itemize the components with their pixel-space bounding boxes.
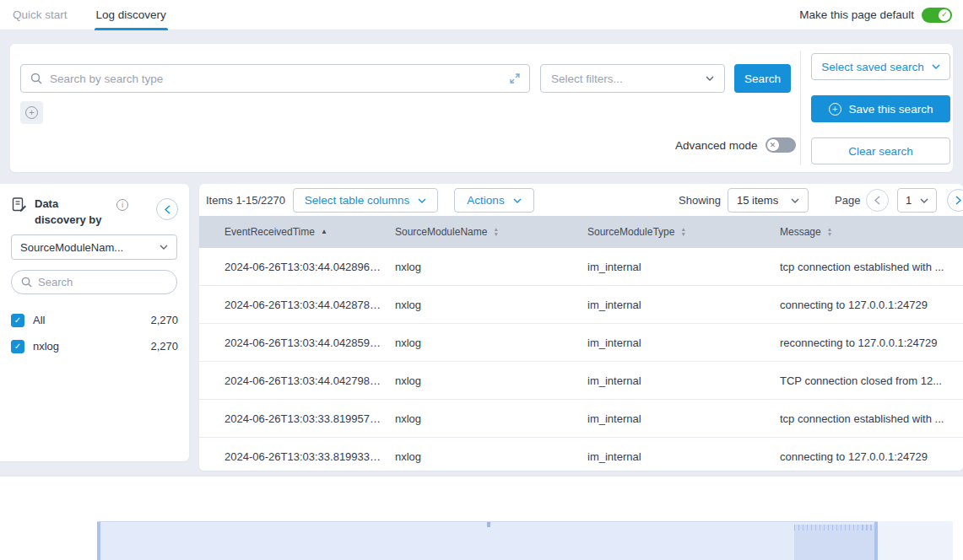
brush-handle-left[interactable] [97, 522, 100, 560]
filter-label: nxlog [33, 340, 142, 353]
table-row[interactable]: 2024-06-26T13:03:33.819957+0... nxlog im… [199, 400, 963, 438]
clear-search-button[interactable]: Clear search [811, 137, 950, 164]
cell-event-received-time: 2024-06-26T13:03:44.042896+0... [199, 261, 395, 273]
x-icon: ✕ [767, 139, 779, 151]
panel-title: Data discovery by [35, 197, 109, 229]
column-label: EventReceivedTime [225, 226, 315, 238]
sidebar-search-box[interactable] [11, 270, 177, 294]
log-discovery-page: Quick start Log discovery Make this page… [0, 0, 963, 560]
column-label: SourceModuleName [395, 226, 487, 238]
chevron-right-icon [955, 196, 961, 205]
cell-message: tcp connection established with ... [780, 412, 963, 425]
select-saved-search-button[interactable]: Select saved search [811, 53, 950, 80]
chevron-down-icon [932, 64, 940, 69]
search-input[interactable] [50, 73, 502, 85]
sort-icon[interactable]: ▲▼ [827, 227, 832, 237]
cell-event-received-time: 2024-06-26T13:03:44.042859+0... [199, 337, 395, 349]
top-navigation-bar: Quick start Log discovery Make this page… [0, 0, 963, 30]
showing-label: Showing [679, 194, 721, 207]
cell-source-module-name: nxlog [395, 337, 587, 349]
page-size-select[interactable]: 15 items [728, 188, 809, 213]
page-label: Page [835, 194, 860, 207]
make-default-toggle[interactable]: ✓ [922, 8, 952, 23]
table-row[interactable]: 2024-06-26T13:03:44.042798+0... nxlog im… [199, 362, 963, 400]
table-row[interactable]: 2024-06-26T13:03:44.042859+0... nxlog im… [199, 324, 963, 362]
cell-message: tcp connection established with ... [780, 261, 963, 273]
select-table-columns-button[interactable]: Select table columns [293, 188, 438, 213]
panel-header: Data discovery by i [11, 197, 154, 229]
cell-source-module-name: nxlog [395, 261, 587, 273]
cell-source-module-type: im_internal [587, 337, 780, 349]
cell-message: reconnecting to 127.0.0.1:24729 [780, 337, 963, 349]
column-header-source-module-type[interactable]: SourceModuleType ▲▼ [587, 226, 780, 238]
previous-page-button[interactable] [866, 189, 889, 212]
advanced-mode-label: Advanced mode [675, 139, 758, 152]
cell-source-module-name: nxlog [395, 412, 587, 425]
timeline-brush-selection[interactable] [97, 521, 878, 560]
checkbox[interactable] [11, 340, 24, 353]
table-row[interactable]: 2024-06-26T13:03:33.819933+0... nxlog im… [199, 438, 963, 471]
column-header-message[interactable]: Message ▲▼ [780, 226, 963, 238]
chevron-left-icon [165, 205, 170, 214]
sort-icon[interactable]: ▲▼ [493, 227, 498, 237]
chevron-down-icon [513, 198, 522, 203]
next-page-button[interactable] [947, 189, 963, 212]
plus-circle-icon: + [829, 103, 841, 116]
saved-search-label: Select saved search [821, 61, 924, 73]
columns-button-label: Select table columns [305, 194, 410, 207]
table-row[interactable]: 2024-06-26T13:03:44.042878+0... nxlog im… [199, 286, 963, 324]
sidebar-search-input[interactable] [38, 276, 167, 288]
field-select-value: SourceModuleNam... [20, 241, 123, 254]
collapse-panel-button[interactable] [156, 198, 178, 220]
make-default-label: Make this page default [799, 8, 914, 21]
advanced-mode-control: Advanced mode ✕ [675, 137, 796, 153]
cell-source-module-type: im_internal [587, 261, 780, 273]
column-label: Message [780, 226, 821, 238]
table-body: 2024-06-26T13:03:44.042896+0... nxlog im… [199, 248, 963, 471]
cell-event-received-time: 2024-06-26T13:03:44.042798+0... [199, 374, 395, 387]
add-search-criteria-button[interactable]: + [20, 101, 43, 124]
expand-icon[interactable] [510, 73, 520, 83]
actions-button-label: Actions [467, 194, 504, 207]
chevron-down-icon [160, 245, 168, 250]
page-size-value: 15 items [737, 194, 778, 207]
cell-source-module-name: nxlog [395, 450, 587, 463]
page-number-value: 1 [906, 194, 912, 207]
tab-quick-start[interactable]: Quick start [11, 0, 69, 30]
search-icon [21, 277, 32, 288]
info-icon[interactable]: i [116, 199, 128, 211]
page-number-select[interactable]: 1 [897, 188, 937, 213]
sort-ascending-icon[interactable]: ▲ [321, 229, 327, 235]
chevron-down-icon [418, 198, 426, 203]
items-summary: Items 1-15/2270 [206, 194, 285, 207]
discovery-filter-item[interactable]: All 2,270 [11, 307, 178, 333]
checkbox[interactable] [11, 314, 24, 327]
sort-icon[interactable]: ▲▼ [680, 227, 685, 237]
filter-count: 2,270 [150, 340, 178, 353]
cell-event-received-time: 2024-06-26T13:03:33.819957+0... [199, 412, 395, 425]
timeline-chart[interactable] [97, 521, 953, 560]
column-header-event-received-time[interactable]: EventReceivedTime ▲ [199, 226, 395, 238]
filters-select[interactable]: Select filters... [540, 64, 725, 93]
search-button[interactable]: Search [734, 64, 791, 93]
chevron-left-icon [874, 196, 880, 205]
cell-source-module-type: im_internal [587, 374, 780, 387]
discovery-filter-item[interactable]: nxlog 2,270 [11, 333, 178, 359]
discovery-field-select[interactable]: SourceModuleNam... [11, 234, 177, 260]
cell-event-received-time: 2024-06-26T13:03:33.819933+0... [199, 450, 395, 463]
chevron-down-icon [791, 198, 799, 203]
column-header-source-module-name[interactable]: SourceModuleName ▲▼ [395, 226, 587, 238]
advanced-mode-toggle[interactable]: ✕ [766, 137, 796, 153]
timeline-event-tick [487, 522, 490, 527]
check-icon: ✓ [939, 9, 950, 21]
cell-source-module-type: im_internal [587, 299, 780, 311]
table-row[interactable]: 2024-06-26T13:03:44.042896+0... nxlog im… [199, 248, 963, 286]
tab-log-discovery[interactable]: Log discovery [95, 0, 168, 30]
cell-source-module-name: nxlog [395, 374, 587, 387]
save-this-search-button[interactable]: + Save this search [811, 95, 950, 122]
search-box[interactable] [20, 64, 530, 93]
actions-button[interactable]: Actions [454, 188, 534, 213]
results-table-panel: Items 1-15/2270 Select table columns Act… [199, 184, 963, 471]
cell-message: connecting to 127.0.0.1:24729 [780, 450, 963, 463]
brush-handle-right[interactable] [874, 522, 878, 560]
